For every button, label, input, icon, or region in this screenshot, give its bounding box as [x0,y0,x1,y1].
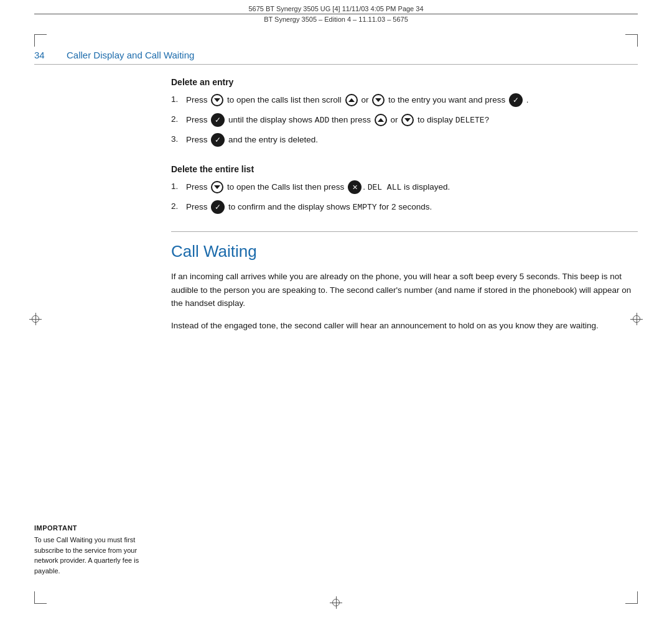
dl-step-1-num: 1. [171,180,186,194]
up-arrow-icon-1 [345,94,358,106]
corner-mark-tl [34,34,47,47]
check-icon-4 [211,200,225,214]
display-empty: EMPTY [353,203,377,212]
corner-mark-br [625,591,638,604]
delete-entry-steps: 1. Press to open the calls list then scr… [171,93,638,147]
display-del-all: DEL ALL [368,183,402,192]
delete-entry-title: Delete an entry [171,77,638,87]
step-2: 2. Press until the display shows ADD the… [171,113,638,127]
check-icon-2 [211,113,225,127]
display-delete: DELETE? [455,116,490,125]
check-icon-1 [509,93,523,107]
call-waiting-para1: If an incoming call arrives while you ar… [171,270,638,310]
delete-list-section: Delete the entire list 1. Press to open … [171,164,638,214]
important-text: To use Call Waiting you must first subsc… [34,535,146,576]
up-arrow-icon-2 [375,114,387,126]
step-1-text: Press to open the calls list then scroll… [186,93,638,107]
down-arrow-icon-1 [211,94,223,106]
call-waiting-para2: Instead of the engaged tone, the second … [171,319,638,333]
header-top-line: 5675 BT Synergy 3505 UG [4] 11/11/03 4:0… [34,5,638,12]
delete-entry-section: Delete an entry 1. Press to open the cal… [171,77,638,147]
main-content: 34 Caller Display and Call Waiting IMPOR… [34,50,638,588]
step-2-num: 2. [171,113,186,127]
step-1-num: 1. [171,93,186,107]
important-label: IMPORTANT [34,524,146,532]
display-add: ADD [315,116,329,125]
page-header: 5675 BT Synergy 3505 UG [4] 11/11/03 4:0… [34,5,638,23]
delete-list-title: Delete the entire list [171,164,638,174]
dl-step-1-text: Press to open the Calls list then press … [186,180,638,194]
chapter-header: 34 Caller Display and Call Waiting [34,50,638,65]
sidebar: IMPORTANT To use Call Waiting you must f… [34,77,159,588]
down-arrow-icon-2 [372,94,385,106]
important-box: IMPORTANT To use Call Waiting you must f… [34,524,146,576]
step-3-text: Press and the entry is deleted. [186,133,638,147]
x-icon-1 [348,180,362,194]
down-arrow-icon-4 [211,181,223,193]
call-waiting-section: Call Waiting If an incoming call arrives… [171,231,638,332]
check-icon-3 [211,133,225,147]
main-column: Delete an entry 1. Press to open the cal… [159,77,638,588]
corner-mark-bl [34,591,47,604]
step-3-num: 3. [171,133,186,147]
step-3: 3. Press and the entry is deleted. [171,133,638,147]
step-1: 1. Press to open the calls list then scr… [171,93,638,107]
delete-list-steps: 1. Press to open the Calls list then pre… [171,180,638,214]
corner-mark-tr [625,34,638,47]
delete-list-step-2: 2. Press to confirm and the display show… [171,200,638,214]
dl-step-2-num: 2. [171,200,186,214]
chapter-title: Caller Display and Call Waiting [67,50,194,60]
header-sub-line: BT Synergy 3505 – Edition 4 – 11.11.03 –… [34,16,638,23]
page-number: 34 [34,50,52,60]
call-waiting-title: Call Waiting [171,231,638,261]
two-column-layout: IMPORTANT To use Call Waiting you must f… [34,77,638,588]
down-arrow-icon-3 [401,114,414,126]
header-divider [34,14,638,14]
step-2-text: Press until the display shows ADD then p… [186,113,638,127]
delete-list-step-1: 1. Press to open the Calls list then pre… [171,180,638,194]
dl-step-2-text: Press to confirm and the display shows E… [186,200,638,214]
reg-mark-bottom [330,596,342,609]
